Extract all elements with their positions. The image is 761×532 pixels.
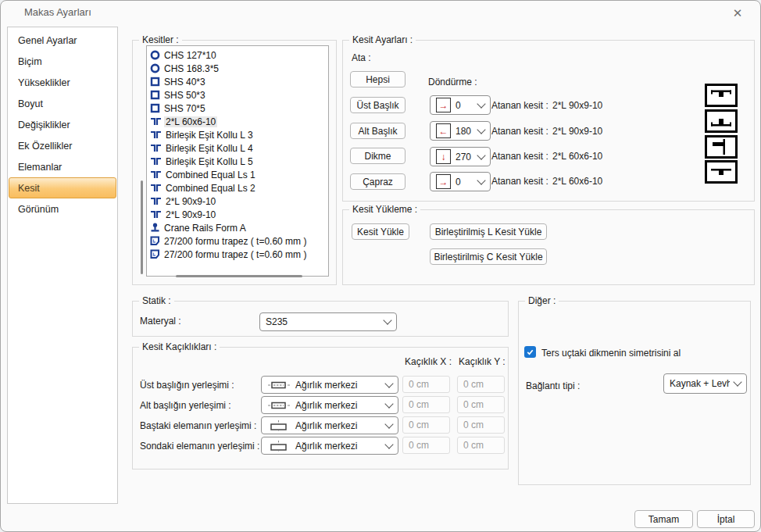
materyal-select[interactable]: S235 [259, 312, 397, 331]
kaciklik-y-field: 0 cm [457, 376, 505, 393]
statik-legend: Statik : [139, 295, 174, 306]
rotation-value: 0 [456, 100, 461, 111]
sondaki-elemanin-yerlesimi-label: Sondaki elemanın yerleşimi : [140, 441, 259, 452]
list-item[interactable]: Birleşik Eşit Kollu L 5 [147, 155, 328, 168]
list-item[interactable]: Birleşik Eşit Kollu L 3 [147, 128, 328, 141]
arrow-right-icon: → [436, 174, 451, 189]
materyal-value: S235 [266, 316, 288, 327]
t-down-icon [705, 160, 738, 184]
double-angle-icon [150, 157, 162, 166]
list-item[interactable]: 27/200 formu trapez ( t=0.60 mm ) [147, 234, 328, 248]
arrow-left-icon: ← [436, 123, 451, 138]
sidebar-item-elemanlar[interactable]: Elemanlar [9, 156, 116, 177]
sidebar-item-kesit[interactable]: Kesit [9, 177, 116, 198]
baglanti-tipi-select[interactable]: Kaynak + Levha [663, 373, 747, 394]
kesit-ayarlari-legend: Kesit Ayarları : [349, 34, 416, 45]
bastaki-elemanin-yerlesimi-label: Baştaki elemanın yerleşimi : [140, 420, 256, 431]
ust-baslik-button[interactable]: Üst Başlık [350, 97, 406, 113]
ust-basligin-yerlesimi-label: Üst başlığın yerleşimi : [140, 380, 234, 391]
kaciklik-x-header: Kaçıklık X : [405, 356, 452, 367]
v-section-placement-icon [267, 441, 291, 452]
list-item[interactable]: Birleşik Eşit Kollu L 4 [147, 141, 328, 155]
list-item[interactable]: SHS 70*5 [147, 102, 328, 115]
list-item[interactable]: 27/200 formu trapez ( t=0.60 mm ) [147, 248, 328, 261]
rotation-value: 180 [456, 126, 471, 137]
chevron-down-icon [384, 440, 393, 448]
kaciklik-x-field: 0 cm [402, 416, 450, 434]
simetri-checkbox-label[interactable]: Ters uçtaki dikmenin simetrisini al [541, 348, 681, 359]
assigned-section-value: 2*L 60x6-10 [552, 151, 602, 162]
crane-rail-icon [150, 223, 160, 233]
kaciklik-x-field: 0 cm [402, 376, 450, 393]
sidebar-item-bicim[interactable]: Biçim [9, 51, 116, 72]
dikme-button[interactable]: Dikme [350, 148, 406, 164]
kacikliklar-legend: Kesit Kaçıklıkları : [139, 341, 220, 352]
chevron-down-icon [477, 99, 485, 108]
vertical-scrollbar[interactable] [141, 180, 143, 274]
list-item[interactable]: CHS 168.3*5 [147, 62, 328, 75]
double-angle-icon [150, 130, 162, 139]
list-item[interactable]: 2*L 90x9-10 [147, 208, 328, 221]
birlestirilmis-c-kesit-yukle-button[interactable]: Birleştirilmiş C Kesit Yükle [430, 248, 547, 265]
double-angle-icon [150, 184, 162, 192]
assigned-section-value: 2*L 90x9-10 [552, 100, 602, 111]
t-left-icon [705, 135, 738, 159]
sidebar-item-gorunum[interactable]: Görünüm [9, 198, 116, 220]
list-item[interactable]: Combined Equal Ls 2 [147, 181, 328, 195]
sondaki-elemanin-yerlesimi-select[interactable]: Ağırlık merkezi [261, 437, 398, 455]
capraz-button[interactable]: Çapraz [350, 173, 406, 190]
sidebar-item-boyut[interactable]: Boyut [9, 93, 116, 114]
chs-icon [150, 63, 160, 73]
rotation-select-capraz[interactable]: → 0 [430, 172, 491, 191]
arrow-right-icon: → [436, 98, 451, 112]
double-angle-icon [150, 144, 162, 152]
kesit-yukle-button[interactable]: Kesit Yükle [352, 223, 409, 240]
chevron-down-icon [477, 151, 485, 159]
birlestirilmis-l-kesit-yukle-button[interactable]: Birleştirilmiş L Kesit Yükle [430, 223, 547, 240]
section-list[interactable]: CHS 127*10 CHS 168.3*5 SHS 40*3 SHS 50*3… [146, 45, 329, 277]
list-item[interactable]: SHS 50*3 [147, 88, 328, 102]
rotation-select-dikme[interactable]: ↓ 270 [430, 147, 491, 166]
list-item[interactable]: Combined Equal Ls 1 [147, 168, 328, 181]
ust-basligin-yerlesimi-select[interactable]: Ağırlık merkezi [261, 376, 398, 394]
kaciklik-y-field: 0 cm [457, 396, 505, 413]
tamam-button[interactable]: Tamam [634, 510, 693, 528]
sidebar-item-yukseklikler[interactable]: Yükseklikler [9, 72, 116, 93]
chevron-down-icon [477, 125, 485, 134]
title-bar: Makas Ayarları ✕ [1, 1, 760, 24]
ata-label: Ata : [352, 52, 371, 63]
alt-basligin-yerlesimi-select[interactable]: Ağırlık merkezi [261, 396, 398, 414]
close-icon[interactable]: ✕ [726, 4, 749, 22]
list-item-selected[interactable]: 2*L 60x6-10 [147, 115, 328, 128]
double-angle-icon [150, 197, 162, 205]
list-item[interactable]: SHS 40*3 [147, 75, 328, 88]
placement-value: Ağırlık merkezi [295, 420, 357, 431]
rotation-select-ust-baslik[interactable]: → 0 [430, 95, 491, 115]
horizontal-scrollbar[interactable] [176, 275, 302, 277]
alt-baslik-button[interactable]: Alt Başlık [350, 123, 406, 139]
iptal-button[interactable]: İptal [697, 510, 755, 528]
assigned-section-label: Atanan kesit : [491, 176, 548, 187]
shs-icon [150, 77, 160, 87]
rotation-select-alt-baslik[interactable]: ← 180 [430, 121, 491, 141]
chs-icon [150, 50, 160, 60]
chevron-down-icon [384, 420, 393, 428]
bastaki-elemanin-yerlesimi-select[interactable]: Ağırlık merkezi [261, 416, 398, 434]
sidebar-item-degisiklikler[interactable]: Değişiklikler [9, 114, 116, 135]
simetri-checkbox[interactable] [524, 346, 536, 358]
t-up-icon [705, 109, 738, 133]
list-item[interactable]: CHS 127*10 [147, 48, 328, 62]
sidebar-item-ek-ozellikler[interactable]: Ek Özellikler [9, 135, 116, 156]
assigned-section-label: Atanan kesit : [491, 100, 548, 111]
settings-sidebar: Genel Ayarlar Biçim Yükseklikler Boyut D… [7, 27, 118, 504]
assigned-section-label: Atanan kesit : [491, 126, 548, 137]
kesit-yukleme-legend: Kesit Yükleme : [349, 204, 420, 215]
sidebar-item-genel-ayarlar[interactable]: Genel Ayarlar [9, 30, 116, 51]
dondurme-label: Döndürme : [428, 77, 477, 87]
assigned-section-label: Atanan kesit : [491, 151, 548, 162]
kesit-yukleme-group: Kesit Yükleme : [342, 209, 755, 285]
hepsi-button[interactable]: Hepsi [350, 71, 406, 87]
list-item[interactable]: 2*L 90x9-10 [147, 195, 328, 208]
list-item[interactable]: Crane Rails Form A [147, 221, 328, 234]
rotation-value: 0 [456, 177, 461, 187]
